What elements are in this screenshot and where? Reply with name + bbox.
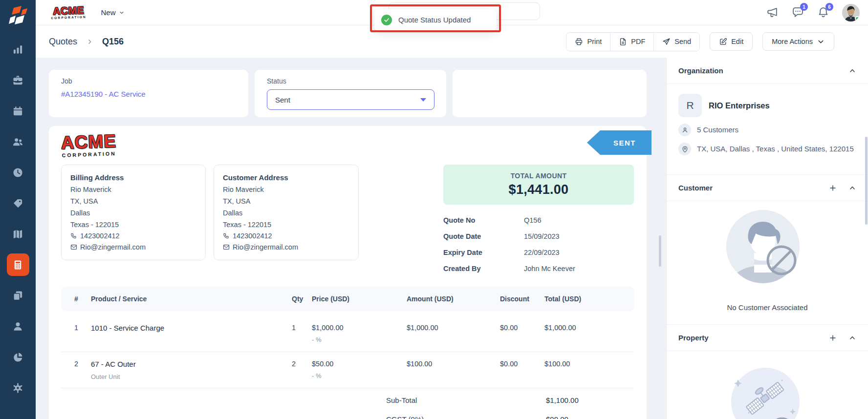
document-actions-group: Print PDF Send [566,32,700,51]
organization-address: TX, USA, Dallas , Texas , United States,… [697,143,854,155]
printer-icon [575,38,583,46]
customer-address-card: Customer Address Rio Maverick TX, USA Da… [214,165,359,260]
copy-pages-icon [12,290,23,301]
notifications-badge: 6 [825,3,833,11]
sidebar-item-jobs[interactable] [7,69,29,91]
paper-plane-icon [662,38,671,46]
success-icon [381,15,392,25]
file-icon [619,38,627,46]
organization-section: Organization R RIO Enterprises 5 Custome… [667,58,868,175]
sidebar-item-invoices[interactable] [7,284,29,307]
pie-chart-icon [12,352,23,363]
sidebar-item-settings[interactable] [7,377,29,399]
total-amount-value: $1,441.00 [443,182,634,197]
no-customer-text: No Customer Associated [667,303,868,312]
quote-company-logo: ACME CORPORATION [61,132,117,158]
job-label: Job [61,77,236,85]
online-status-dot [855,16,860,21]
overview-spacer-card [453,70,647,117]
notifications-button[interactable]: 6 [817,6,830,19]
more-actions-button[interactable]: More Actions [762,32,834,51]
job-card: Job #A12345190 - AC Service [49,70,248,117]
sidebar-item-schedule[interactable] [7,100,29,122]
breadcrumb-quotes-link[interactable]: Quotes [49,37,77,47]
send-button[interactable]: Send [653,33,699,51]
sidebar-item-analytics[interactable] [7,38,29,61]
sidebar-item-map[interactable] [7,223,29,245]
total-amount-box: TOTAL AMOUNT $1,441.00 [443,165,634,205]
details-panel: Organization R RIO Enterprises 5 Custome… [666,58,868,419]
property-header: Property [667,325,868,351]
status-value: Sent [275,96,290,104]
megaphone-icon [766,6,779,19]
billing-address-card: Billing Address Rio Maverick TX, USA Dal… [61,165,206,260]
status-card: Status Sent [255,70,446,117]
tag-icon [12,198,23,209]
chevron-up-icon[interactable] [848,334,856,342]
status-dropdown[interactable]: Sent [267,89,434,110]
sidebar-item-customers[interactable] [7,315,29,337]
organization-body: R RIO Enterprises 5 Customers TX, USA, D… [667,84,868,155]
user-avatar[interactable] [842,4,860,21]
dropdown-caret-icon [420,98,426,102]
sidebar-item-teams[interactable] [7,130,29,153]
chat-button[interactable]: 1 [791,6,804,19]
phone-icon [70,232,77,239]
briefcase-icon [12,75,23,86]
chevron-up-icon[interactable] [848,67,856,75]
location-pin-icon [678,143,691,155]
add-customer-button[interactable] [829,184,837,192]
quote-document: ACME CORPORATION SENT Billing Address Ri… [49,126,647,419]
person-icon [12,321,23,332]
chevron-down-icon [119,10,125,16]
status-ribbon: SENT [587,130,651,155]
chevron-right-icon [87,39,93,45]
edit-button[interactable]: Edit [710,32,753,51]
users-icon [12,136,23,147]
window-scrollbar[interactable] [865,137,868,225]
customers-count: 5 Customers [697,124,738,136]
organization-name[interactable]: RIO Enterprises [709,101,770,110]
new-dropdown[interactable]: New [101,8,125,17]
phone-icon [223,232,230,239]
organization-avatar: R [678,94,702,117]
breadcrumb-current: Q156 [102,37,124,47]
mail-icon [223,244,230,251]
main-region: ACME CORPORATION New Quote Status Update… [36,0,868,419]
print-button[interactable]: Print [566,33,610,51]
toast-message: Quote Status Updated [398,16,471,24]
pdf-button[interactable]: PDF [610,33,653,51]
customers-count-icon [678,124,691,136]
sidebar-item-quotes[interactable] [7,253,29,276]
content-scrollbar[interactable] [659,235,661,267]
announcements-button[interactable] [766,6,779,19]
line-items-table: # Product / Service Qty Price (USD) Amou… [61,287,634,419]
gear-icon [12,382,23,394]
table-row: 2 67 - AC OuterOuter Unit 2 $50.00- % $1… [61,352,634,388]
add-property-button[interactable] [829,334,837,342]
no-customer-illustration [726,210,806,290]
chevron-up-icon[interactable] [848,184,856,192]
app-logo[interactable] [7,5,29,27]
sidebar-item-reports[interactable] [7,346,29,368]
topbar: ACME CORPORATION New Quote Status Update… [36,0,868,25]
company-logo-text: ACME [53,5,85,16]
total-amount-label: TOTAL AMOUNT [443,172,634,180]
customer-header: Customer [667,175,868,201]
tax-row: CGST (9%) $99.00 [61,413,634,419]
table-row: 1 1010 - Service Charge 1 $1,000.00- % $… [61,311,634,352]
customer-section: Customer [667,175,868,325]
calendar-icon [12,105,23,117]
expiry-date: 22/09/2023 [524,249,560,256]
property-section: Property [667,325,868,419]
sidebar-item-timesheets[interactable] [7,161,29,184]
subtotal-row: Sub-Total $1,100.00 [61,388,634,413]
chat-badge: 1 [800,3,808,11]
job-link[interactable]: #A12345190 - AC Service [61,90,236,98]
sidebar-item-tags[interactable] [7,192,29,214]
company-logo[interactable]: ACME CORPORATION [51,5,87,20]
edit-pencil-icon [719,38,727,46]
status-label: Status [267,77,434,85]
created-by: John Mc Keever [524,265,575,272]
chevron-down-icon [817,38,825,46]
